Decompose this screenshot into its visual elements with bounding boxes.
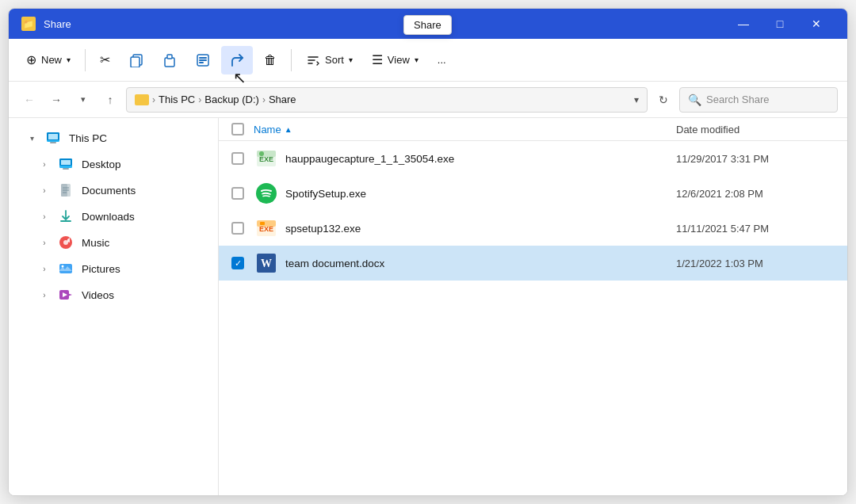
new-button[interactable]: ⊕ New ▾ (18, 46, 78, 74)
sidebar-item-desktop[interactable]: › Desktop (13, 151, 213, 177)
path-folder-icon (135, 94, 149, 105)
address-bar: ← → ▾ ↑ › This PC › Backup (D:) › Share … (9, 82, 847, 118)
downloads-label: Downloads (82, 211, 135, 223)
file-date-1: 11/29/2017 3:31 PM (676, 153, 835, 165)
new-chevron-icon: ▾ (67, 55, 71, 64)
sidebar-item-documents[interactable]: › Documents (13, 178, 213, 203)
svg-rect-7 (199, 62, 204, 63)
sidebar-item-this-pc[interactable]: ▾ This PC (13, 125, 213, 151)
row-check-4: ✓ (231, 257, 254, 269)
svg-rect-11 (48, 134, 58, 139)
file-list: Name ▲ Date modified EXE (219, 118, 847, 495)
file-icon-spsetup: EXE (254, 216, 279, 241)
new-label: New (41, 54, 62, 66)
recent-button[interactable]: ▾ (72, 89, 94, 111)
pictures-label: Pictures (82, 263, 120, 275)
paste-button[interactable] (155, 46, 185, 74)
svg-text:EXE: EXE (259, 155, 273, 163)
delete-icon: 🗑 (264, 53, 277, 67)
documents-chevron-icon: › (39, 186, 50, 195)
copy-icon (129, 53, 143, 67)
svg-marker-27 (67, 293, 72, 296)
new-icon: ⊕ (26, 52, 36, 67)
svg-point-32 (259, 151, 264, 156)
maximize-button[interactable]: □ (762, 9, 798, 39)
svg-rect-9 (50, 142, 56, 143)
window-title: Share (44, 18, 71, 30)
window-folder-icon: 📁 (21, 17, 36, 31)
column-name-header[interactable]: Name ▲ (254, 124, 676, 136)
svg-rect-37 (260, 222, 265, 225)
sort-chevron-icon: ▾ (349, 55, 353, 64)
share-button-area: ↖ (221, 46, 253, 74)
svg-rect-6 (199, 57, 207, 59)
svg-text:W: W (261, 258, 272, 269)
sidebar: ▾ This PC › (9, 118, 219, 495)
file-row[interactable]: SpotifySetup.exe 12/6/2021 2:08 PM (219, 176, 847, 211)
sidebar-item-downloads[interactable]: › Downloads (13, 204, 213, 229)
documents-label: Documents (82, 185, 136, 197)
music-chevron-icon: › (39, 239, 50, 247)
file-checkbox-1[interactable] (231, 152, 244, 165)
svg-rect-5 (199, 59, 207, 61)
more-label: ... (438, 54, 446, 66)
this-pc-chevron-icon: ▾ (26, 134, 37, 143)
music-label: Music (82, 237, 109, 249)
file-row[interactable]: EXE hauppaugecapture_1_1_35054.exe 11/29… (219, 141, 847, 176)
cut-button[interactable]: ✂ (92, 46, 118, 74)
file-checkbox-2[interactable] (231, 187, 244, 200)
share-icon (229, 52, 245, 68)
desktop-icon (58, 156, 74, 172)
close-button[interactable]: ✕ (798, 9, 835, 39)
copy-button[interactable] (121, 46, 151, 74)
file-list-header: Name ▲ Date modified (219, 118, 847, 141)
file-explorer-window: 📁 Share — □ ✕ Share ⊕ New ▾ ✂ (8, 8, 848, 496)
sidebar-item-pictures[interactable]: › Pictures (13, 256, 213, 281)
search-box[interactable]: 🔍 Search Share (679, 87, 838, 113)
more-button[interactable]: ... (430, 46, 454, 74)
forward-button[interactable]: → (45, 89, 67, 111)
file-checkbox-4[interactable]: ✓ (231, 257, 244, 269)
pictures-icon (58, 261, 74, 277)
file-checkbox-3[interactable] (231, 222, 244, 235)
file-date-2: 12/6/2021 2:08 PM (676, 188, 835, 200)
videos-icon (58, 287, 74, 303)
documents-icon (58, 182, 74, 198)
file-row[interactable]: EXE spsetup132.exe 11/11/2021 5:47 PM (219, 211, 847, 246)
videos-label: Videos (82, 289, 114, 301)
path-share: Share (269, 94, 296, 105)
file-name-1: hauppaugecapture_1_1_35054.exe (285, 153, 676, 165)
path-sep-1: › (152, 94, 155, 105)
sort-label: Sort (325, 54, 344, 66)
pictures-chevron-icon: › (39, 265, 50, 273)
sidebar-item-music[interactable]: › Music (13, 230, 213, 255)
sort-button[interactable]: Sort ▾ (298, 46, 361, 74)
window-controls: — □ ✕ (725, 9, 835, 39)
videos-chevron-icon: › (39, 291, 50, 300)
minimize-button[interactable]: — (725, 9, 762, 39)
select-all-checkbox[interactable] (231, 123, 244, 136)
sidebar-item-videos[interactable]: › Videos (13, 282, 213, 307)
column-date-header: Date modified (676, 124, 835, 136)
file-row-selected[interactable]: ✓ W team document.docx 1/21/2022 1:03 PM (219, 246, 847, 281)
delete-button[interactable]: 🗑 (256, 46, 285, 74)
svg-rect-1 (131, 57, 139, 67)
share-button[interactable] (221, 46, 253, 74)
separator-1 (85, 49, 86, 71)
rename-icon (196, 53, 210, 67)
view-button[interactable]: ☰ View ▾ (364, 46, 426, 74)
address-path[interactable]: › This PC › Backup (D:) › Share ▾ (126, 87, 648, 113)
downloads-chevron-icon: › (39, 212, 50, 221)
path-dropdown-icon[interactable]: ▾ (634, 94, 639, 105)
svg-rect-14 (61, 160, 71, 165)
rename-button[interactable] (188, 46, 218, 74)
path-backup: Backup (D:) (204, 94, 259, 105)
svg-point-25 (62, 265, 64, 268)
sort-arrow-icon: ▲ (285, 125, 292, 134)
file-date-3: 11/11/2021 5:47 PM (676, 223, 835, 235)
row-check-3 (231, 222, 254, 235)
refresh-button[interactable]: ↻ (652, 89, 674, 111)
back-button[interactable]: ← (18, 89, 40, 111)
downloads-icon (58, 208, 74, 224)
up-button[interactable]: ↑ (99, 89, 121, 111)
